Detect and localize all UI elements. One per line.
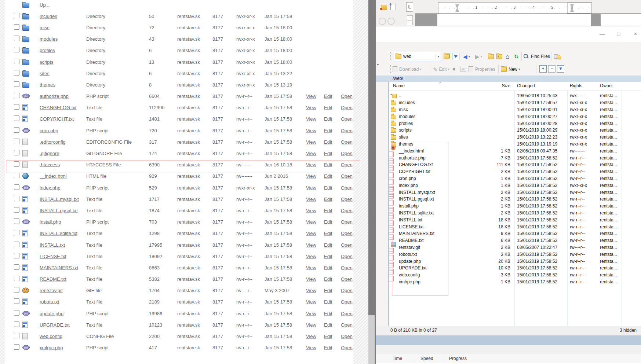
new-button[interactable]: New▾ — [501, 65, 520, 74]
edit-link[interactable]: Edit — [324, 139, 332, 144]
view-link[interactable]: View — [306, 196, 316, 202]
remote-file-row[interactable]: includes 15/01/2019 17:59:57 rwxr-xr-x r… — [389, 99, 641, 106]
open-link[interactable]: Open — [341, 105, 353, 110]
open-link[interactable]: Open — [341, 219, 353, 225]
remote-file-row[interactable]: COPYRIGHT.txt 2 KB 15/01/2019 17:58:52 r… — [389, 168, 641, 175]
remote-file-row[interactable]: web.config 3 KB 15/01/2019 17:58:52 rw-r… — [389, 272, 641, 279]
row-checkbox[interactable] — [14, 161, 19, 167]
open-link[interactable]: Open — [341, 345, 353, 350]
queue-column-progress[interactable]: Progress — [449, 356, 467, 361]
remote-file-row[interactable]: MAINTAINERS.txt 9 KB 15/01/2019 17:58:52… — [389, 230, 641, 237]
open-link[interactable]: Open — [341, 322, 353, 327]
view-link[interactable]: View — [306, 219, 316, 225]
view-link[interactable]: View — [306, 105, 316, 110]
remote-file-row[interactable]: robots.txt 3 KB 15/01/2019 17:58:52 rw-r… — [389, 251, 641, 258]
row-checkbox[interactable] — [14, 104, 19, 110]
row-checkbox[interactable] — [14, 264, 19, 270]
edit-link[interactable]: Edit — [324, 219, 332, 225]
column-header-owner[interactable]: Owner — [600, 83, 613, 88]
rename-button[interactable]: ab — [460, 65, 466, 74]
edit-link[interactable]: Edit — [324, 196, 332, 202]
column-header-name[interactable]: Name — [393, 83, 405, 88]
view-link[interactable]: View — [306, 173, 316, 179]
open-link[interactable]: Open — [341, 299, 353, 305]
file-name-link[interactable]: xmlrpc.php — [40, 345, 63, 350]
column-header-size[interactable]: Size — [485, 83, 510, 88]
row-checkbox[interactable] — [14, 150, 19, 155]
find-files-button[interactable]: Find Files — [524, 52, 550, 61]
view-link[interactable]: View — [306, 185, 316, 190]
row-checkbox[interactable] — [14, 115, 19, 121]
close-button[interactable]: × — [630, 30, 641, 38]
file-name-link[interactable]: sites — [40, 70, 50, 76]
open-directory-button[interactable] — [444, 52, 449, 61]
open-link[interactable]: Open — [341, 253, 353, 259]
download-button[interactable]: Download▾ — [393, 65, 422, 74]
decrease-size-button[interactable]: − — [548, 65, 556, 73]
edit-link[interactable]: Edit — [324, 288, 332, 293]
row-checkbox[interactable] — [14, 298, 19, 304]
root-directory-button[interactable]: / — [496, 52, 503, 61]
remote-file-row[interactable]: LICENSE.txt 18 KB 15/01/2019 17:58:52 rw… — [389, 223, 641, 230]
file-name-link[interactable]: includes — [40, 13, 57, 19]
directory-combo[interactable]: web ▾ — [394, 52, 441, 61]
edit-link[interactable]: Edit — [324, 128, 332, 133]
view-link[interactable]: View — [306, 231, 316, 236]
file-name-link[interactable]: rentstav.gif — [40, 288, 63, 293]
remote-file-row[interactable]: misc 15/01/2019 18:00:01 rwxr-xr-x rents… — [389, 106, 641, 113]
row-checkbox[interactable] — [14, 321, 19, 327]
remote-file-row[interactable]: rentstav.gif 2 KB 03/05/2007 10:22:47 rw… — [389, 244, 641, 251]
edit-link[interactable]: Edit — [324, 151, 332, 156]
row-checkbox[interactable] — [14, 218, 19, 224]
row-checkbox[interactable] — [14, 253, 19, 258]
refresh-button[interactable]: ↻ — [514, 52, 519, 61]
file-name-link[interactable]: MAINTAINERS.txt — [40, 265, 78, 270]
file-name-link[interactable]: UPGRADE.txt — [40, 322, 70, 327]
edit-link[interactable]: Edit — [324, 231, 332, 236]
edit-link[interactable]: Edit — [324, 105, 332, 110]
scrollbar-thumb[interactable] — [368, 0, 375, 315]
remote-file-row[interactable]: xmlrpc.php 1 KB 15/01/2019 17:58:52 rw-r… — [389, 279, 641, 286]
remote-file-row[interactable]: INSTALL.txt 18 KB 15/01/2019 17:58:52 rw… — [389, 216, 641, 223]
file-name-link[interactable]: .htaccess — [40, 162, 60, 168]
file-name-link[interactable]: .editorconfig — [40, 139, 66, 144]
column-header-rights[interactable]: Rights — [570, 83, 582, 88]
remote-file-row[interactable]: sites 15/01/2019 13:22:23 rwxr-xr-x rent… — [389, 134, 641, 141]
file-name-link[interactable]: update.php — [40, 310, 63, 316]
open-link[interactable]: Open — [341, 93, 353, 99]
file-name-link[interactable]: README.txt — [40, 276, 66, 282]
open-link[interactable]: Open — [341, 207, 353, 213]
queue-column-speed[interactable]: Speed — [420, 356, 433, 361]
view-link[interactable]: View — [306, 288, 316, 293]
filter-button[interactable] — [452, 52, 459, 61]
file-name-link[interactable]: modules — [40, 36, 58, 42]
remote-file-row[interactable]: CHANGELOG.txt 111 KB 15/01/2019 17:58:52… — [389, 161, 641, 168]
view-link[interactable]: View — [306, 151, 316, 156]
remote-file-row[interactable]: scripts 15/01/2019 18:00:29 rwxr-xr-x re… — [389, 127, 641, 134]
filter-dropdown-button[interactable]: ▼ — [557, 65, 564, 73]
row-checkbox[interactable] — [14, 196, 19, 201]
file-name-link[interactable]: Up .. — [40, 2, 50, 7]
edit-link[interactable]: Edit — [324, 116, 332, 122]
edit-link[interactable]: Edit — [324, 276, 332, 282]
open-link[interactable]: Open — [341, 128, 353, 133]
edit-button[interactable]: ✎ Edit▾ — [433, 65, 449, 74]
file-name-link[interactable]: INSTALL.sqlite.txt — [40, 231, 77, 236]
back-button[interactable]: ◀▾ — [463, 52, 470, 61]
file-name-link[interactable]: install.php — [40, 219, 61, 225]
file-name-link[interactable]: LICENSE.txt — [40, 253, 66, 259]
properties-button[interactable]: Properties — [469, 65, 495, 74]
file-name-link[interactable]: themes — [40, 82, 55, 87]
paste-icon[interactable] — [390, 4, 396, 10]
edit-link[interactable]: Edit — [324, 207, 332, 213]
ruler-spin-up[interactable]: · — [407, 15, 413, 20]
edit-link[interactable]: Edit — [324, 310, 332, 316]
view-link[interactable]: View — [306, 162, 316, 168]
view-link[interactable]: View — [306, 322, 316, 327]
row-checkbox[interactable] — [14, 344, 19, 350]
row-checkbox[interactable] — [14, 13, 19, 18]
row-checkbox[interactable] — [14, 24, 19, 30]
file-name-link[interactable]: profiles — [40, 48, 55, 53]
view-link[interactable]: View — [306, 253, 316, 259]
open-link[interactable]: Open — [341, 116, 353, 122]
